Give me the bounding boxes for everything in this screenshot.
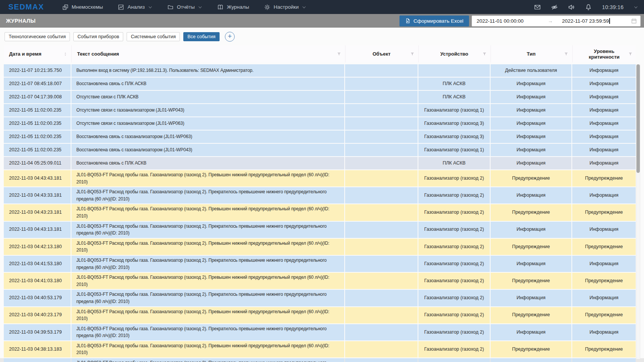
cell-device: Газоанализатор (газоход 2) xyxy=(418,324,490,340)
column-header-device[interactable]: Устройство xyxy=(418,45,490,62)
nav-item-analysis[interactable]: Анализ xyxy=(118,4,152,10)
table-row[interactable]: 2022-11-05 11:02:00.235Отсутствие связи … xyxy=(4,104,636,117)
user-menu-chevron-icon[interactable] xyxy=(634,5,638,9)
cell-type: Информация xyxy=(491,78,571,90)
tab-device-events[interactable]: События приборов xyxy=(73,32,123,41)
excel-file-icon xyxy=(405,18,410,23)
nav-item-settings[interactable]: Настройки xyxy=(264,4,306,10)
column-header-type[interactable]: Тип xyxy=(491,45,571,62)
tab-all-events[interactable]: Все события xyxy=(183,32,220,41)
scrollbar-thumb[interactable] xyxy=(636,64,640,173)
add-journal-button[interactable]: + xyxy=(225,32,235,42)
nav-item-mnemoschemes[interactable]: Мнемосхемы xyxy=(62,4,103,10)
cell-severity: Предупреждение xyxy=(572,341,636,357)
nav-item-reports[interactable]: Отчёты xyxy=(167,4,202,10)
cell-message: Выполнен вход в систему (IP:192.168.211.… xyxy=(71,64,344,77)
table-row[interactable]: 2022-11-03 04:43:33.181JL01-BQ053-FT Рас… xyxy=(4,187,636,204)
cell-message: JL01-BQ053-FT Расход пробы газа. Газоана… xyxy=(71,222,344,238)
cell-device: Газоанализатор (газоход 2) xyxy=(418,273,490,289)
cell-datetime: 2022-11-07 04:17:39.008 xyxy=(4,91,71,103)
date-to-value[interactable]: 2022-11-07 23:59:59 xyxy=(562,18,609,24)
table-row[interactable]: 2022-11-03 04:41:53.180JL01-BQ053-FT Рас… xyxy=(4,256,636,272)
cell-object xyxy=(345,273,418,289)
date-from-value[interactable]: 2022-11-01 00:00:00 xyxy=(477,18,544,24)
column-label: Дата и время xyxy=(9,51,42,57)
generate-excel-button[interactable]: Сформировать Excel xyxy=(399,16,469,26)
filter-icon[interactable] xyxy=(337,52,341,56)
table-row[interactable]: 2022-11-03 04:41:03.180JL01-BQ053-FT Рас… xyxy=(4,273,636,289)
cell-datetime: 2022-11-07 08:45:18.007 xyxy=(4,78,71,90)
table-row[interactable]: 2022-11-03 04:43:43.181JL01-BQ053-FT Рас… xyxy=(4,170,636,186)
table-row[interactable]: 2022-11-07 08:45:18.007Восстановлена свя… xyxy=(4,78,636,90)
mnemo-icon xyxy=(62,4,68,10)
cell-message: JL01-BQ053-FT Расход пробы газа. Газоана… xyxy=(71,324,344,340)
cell-datetime: 2022-11-03 04:40:23.179 xyxy=(4,307,71,323)
page-title: ЖУРНАЛЫ xyxy=(6,18,399,24)
cell-datetime: 2022-11-03 04:41:53.180 xyxy=(4,256,71,272)
table-row[interactable]: 2022-11-03 04:42:13.180JL01-BQ053-FT Рас… xyxy=(4,239,636,255)
cell-object xyxy=(345,131,418,143)
cell-type: Информация xyxy=(491,157,571,169)
sort-icon[interactable] xyxy=(63,52,68,56)
column-header-datetime[interactable]: Дата и время xyxy=(4,45,71,62)
cell-severity: Информация xyxy=(572,187,636,204)
cell-object xyxy=(345,358,418,362)
column-header-message[interactable]: Текст сообщения xyxy=(71,45,344,62)
table-row[interactable]: 2022-11-04 05:25:09.011Восстановлена свя… xyxy=(4,157,636,169)
cell-type: Действие пользователя xyxy=(491,64,571,77)
sedmax-logo[interactable]: SEDMAX xyxy=(8,3,44,11)
cell-object xyxy=(345,104,418,117)
nav-item-journals[interactable]: Журналы xyxy=(217,4,249,10)
cell-type: Информация xyxy=(491,91,571,103)
cell-type: Информация xyxy=(491,256,571,272)
cell-message: JL01-BQ053-FT Расход пробы газа. Газоана… xyxy=(71,341,344,357)
mail-icon[interactable] xyxy=(534,4,541,11)
tab-system-events[interactable]: Системные события xyxy=(127,32,180,41)
cell-message: JL01-BQ053-FT Расход пробы газа. Газоана… xyxy=(71,273,344,289)
cell-type: Информация xyxy=(491,187,571,204)
cell-severity: Предупреждение xyxy=(572,204,636,221)
table-row[interactable]: 2022-11-05 11:02:00.235Отсутствие связи … xyxy=(4,117,636,130)
table-row[interactable]: 2022-11-03 04:40:23.179JL01-BQ053-FT Рас… xyxy=(4,307,636,323)
filter-icon[interactable] xyxy=(564,52,568,56)
column-header-severity[interactable]: Уровень критичности xyxy=(572,45,636,62)
cell-object xyxy=(345,170,418,186)
column-label: Тип xyxy=(527,51,536,57)
column-header-object[interactable]: Объект xyxy=(345,45,418,62)
table-row[interactable]: 2022-11-03 04:38:04.678JL01-BQ053-FT Рас… xyxy=(4,358,636,362)
cell-severity: Предупреждение xyxy=(572,307,636,323)
cell-datetime: 2022-11-05 11:02:00.235 xyxy=(4,117,71,130)
calendar-icon[interactable] xyxy=(631,18,637,24)
filter-icon[interactable] xyxy=(482,52,487,56)
cell-severity: Информация xyxy=(572,256,636,272)
table-row[interactable]: 2022-11-03 04:39:53.179JL01-BQ053-FT Рас… xyxy=(4,324,636,340)
cell-message: Отсутствие связи с газоанализатором (JL0… xyxy=(71,104,344,117)
cell-object xyxy=(345,307,418,323)
table-row[interactable]: 2022-11-03 04:40:53.179JL01-BQ053-FT Рас… xyxy=(4,290,636,306)
clock-text: 10:39:16 xyxy=(602,4,624,10)
cell-datetime: 2022-11-03 04:38:13.183 xyxy=(4,341,71,357)
date-range-input[interactable]: 2022-11-01 00:00:00 → 2022-11-07 23:59:5… xyxy=(472,16,641,26)
cell-message: Восстановлена связь с ПЛК АСКВ xyxy=(71,78,344,90)
tab-tech-events[interactable]: Технологические события xyxy=(5,32,70,41)
column-label: Уровень критичности xyxy=(582,48,627,60)
table-row[interactable]: 2022-11-03 04:43:13.181JL01-BQ053-FT Рас… xyxy=(4,222,636,238)
cell-device: Газоанализатор (газоход 2) xyxy=(418,187,490,204)
cell-type: Информация xyxy=(491,290,571,306)
cell-object xyxy=(345,290,418,306)
cell-severity: Предупреждение xyxy=(572,239,636,255)
eye-off-icon[interactable] xyxy=(551,4,558,11)
table-row[interactable]: 2022-11-07 10:21:35.750Выполнен вход в с… xyxy=(4,64,636,77)
volume-icon[interactable] xyxy=(568,4,575,11)
table-row[interactable]: 2022-11-03 04:43:23.181JL01-BQ053-FT Рас… xyxy=(4,204,636,221)
main-menu: МнемосхемыАнализОтчётыЖурналыНастройки xyxy=(62,4,534,10)
cell-device: Газоанализатор (газоход 2) xyxy=(418,307,490,323)
bell-icon[interactable] xyxy=(585,4,592,11)
table-row[interactable]: 2022-11-05 11:02:00.235Восстановлена свя… xyxy=(4,144,636,156)
filter-icon[interactable] xyxy=(410,52,415,56)
table-row[interactable]: 2022-11-03 04:38:13.183JL01-BQ053-FT Рас… xyxy=(4,341,636,357)
table-row[interactable]: 2022-11-05 11:02:00.235Восстановлена свя… xyxy=(4,131,636,143)
filter-icon[interactable] xyxy=(628,52,633,56)
table-row[interactable]: 2022-11-07 04:17:39.008Отсутствие связи … xyxy=(4,91,636,103)
vertical-scrollbar[interactable] xyxy=(636,64,640,359)
